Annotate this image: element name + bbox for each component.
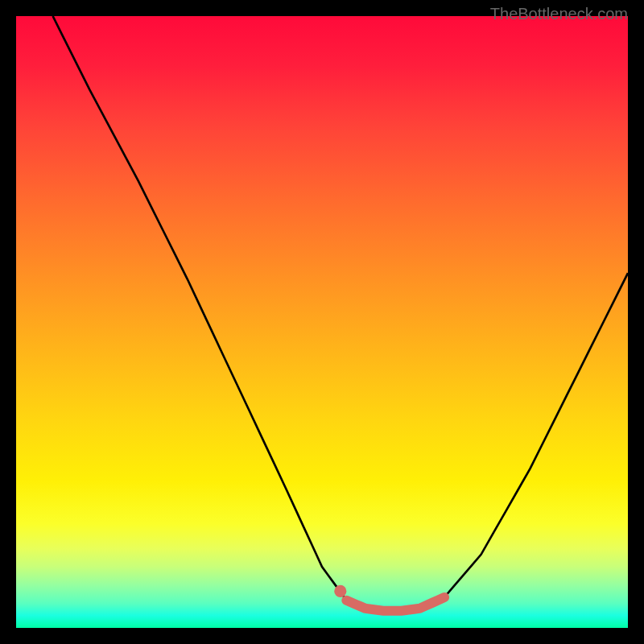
plot-area <box>16 16 628 628</box>
bottom-highlight <box>346 597 444 611</box>
main-curve <box>53 16 628 611</box>
chart-stage: TheBottleneck.com <box>0 0 644 644</box>
marker-dot <box>334 585 346 597</box>
attribution-text: TheBottleneck.com <box>490 5 628 23</box>
curve-layer <box>16 16 628 628</box>
